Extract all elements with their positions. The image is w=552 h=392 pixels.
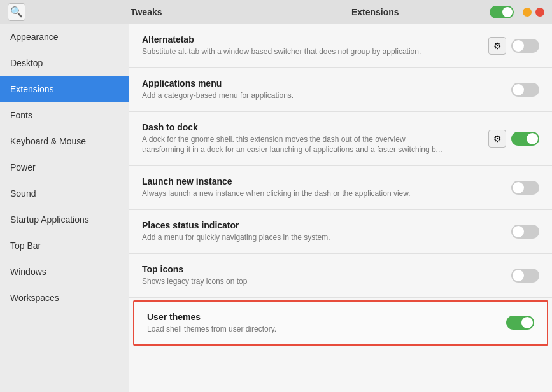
- gear-button-dash-to-dock[interactable]: ⚙: [488, 130, 506, 148]
- extension-desc-launch-new-instance: Always launch a new instance when clicki…: [142, 188, 448, 199]
- search-button[interactable]: 🔍: [8, 3, 25, 21]
- sidebar-item-workspaces[interactable]: Workspaces: [0, 285, 129, 311]
- extension-info-user-themes: User themesLoad shell themes from user d…: [147, 312, 506, 335]
- toggle-launch-new-instance[interactable]: [511, 181, 539, 195]
- extension-row-top-icons: Top iconsShows legacy tray icons on top: [129, 254, 552, 298]
- sidebar-item-keyboard-mouse[interactable]: Keyboard & Mouse: [0, 129, 129, 155]
- toggle-applications-menu[interactable]: [511, 83, 539, 97]
- extension-row-user-themes: User themesLoad shell themes from user d…: [133, 300, 548, 346]
- extension-name-dash-to-dock: Dash to dock: [142, 122, 488, 132]
- extension-desc-places-status-indicator: Add a menu for quickly navigating places…: [142, 232, 448, 243]
- window-controls: [490, 6, 544, 18]
- extension-info-launch-new-instance: Launch new instanceAlways launch a new i…: [142, 176, 511, 199]
- extension-desc-applications-menu: Add a category-based menu for applicatio…: [142, 90, 448, 101]
- extension-controls-places-status-indicator: [511, 225, 539, 239]
- extension-row-launch-new-instance: Launch new instanceAlways launch a new i…: [129, 166, 552, 210]
- extension-desc-top-icons: Shows legacy tray icons on top: [142, 276, 448, 287]
- extension-name-applications-menu: Applications menu: [142, 78, 511, 88]
- extension-row-applications-menu: Applications menuAdd a category-based me…: [129, 68, 552, 112]
- sidebar-item-top-bar[interactable]: Top Bar: [0, 233, 129, 259]
- header-toggle[interactable]: [490, 6, 514, 18]
- sidebar-item-startup-applications[interactable]: Startup Applications: [0, 207, 129, 233]
- sidebar: AppearanceDesktopExtensionsFontsKeyboard…: [0, 24, 129, 392]
- search-icon: 🔍: [10, 6, 23, 18]
- extension-info-alternatetab: AlternatetabSubstitute alt-tab with a wi…: [142, 34, 488, 57]
- toggle-top-icons[interactable]: [511, 269, 539, 283]
- minimize-button[interactable]: [523, 8, 532, 17]
- extension-info-top-icons: Top iconsShows legacy tray icons on top: [142, 264, 511, 287]
- extension-name-user-themes: User themes: [147, 312, 506, 322]
- extension-info-applications-menu: Applications menuAdd a category-based me…: [142, 78, 511, 101]
- extension-name-top-icons: Top icons: [142, 264, 511, 274]
- sidebar-item-power[interactable]: Power: [0, 155, 129, 181]
- app-title: Tweaks: [32, 7, 261, 17]
- extension-row-places-status-indicator: Places status indicatorAdd a menu for qu…: [129, 210, 552, 254]
- sidebar-item-sound[interactable]: Sound: [0, 181, 129, 207]
- extension-controls-dash-to-dock: ⚙: [488, 130, 539, 148]
- sidebar-item-desktop[interactable]: Desktop: [0, 50, 129, 76]
- toggle-alternatetab[interactable]: [511, 39, 539, 53]
- extension-controls-top-icons: [511, 269, 539, 283]
- extension-name-places-status-indicator: Places status indicator: [142, 220, 511, 230]
- toggle-dash-to-dock[interactable]: [511, 132, 539, 146]
- sidebar-item-appearance[interactable]: Appearance: [0, 24, 129, 50]
- toggle-places-status-indicator[interactable]: [511, 225, 539, 239]
- extension-controls-applications-menu: [511, 83, 539, 97]
- extension-name-alternatetab: Alternatetab: [142, 34, 488, 45]
- extension-row-dash-to-dock: Dash to dockA dock for the gnome shell. …: [129, 112, 552, 167]
- extension-name-launch-new-instance: Launch new instance: [142, 176, 511, 186]
- extension-controls-launch-new-instance: [511, 181, 539, 195]
- extension-info-dash-to-dock: Dash to dockA dock for the gnome shell. …: [142, 122, 488, 156]
- sidebar-item-fonts[interactable]: Fonts: [0, 102, 129, 129]
- extension-info-places-status-indicator: Places status indicatorAdd a menu for qu…: [142, 220, 511, 243]
- extension-controls-user-themes: [506, 316, 534, 330]
- extension-desc-alternatetab: Substitute alt-tab with a window based s…: [142, 46, 448, 57]
- sidebar-item-extensions[interactable]: Extensions: [0, 76, 129, 102]
- toggle-user-themes[interactable]: [506, 316, 534, 330]
- extension-controls-alternatetab: ⚙: [488, 37, 539, 55]
- extension-row-alternatetab: AlternatetabSubstitute alt-tab with a wi…: [129, 24, 552, 68]
- extensions-content: AlternatetabSubstitute alt-tab with a wi…: [129, 24, 552, 392]
- close-button[interactable]: [535, 8, 544, 17]
- window-title: Extensions: [261, 7, 490, 17]
- sidebar-item-windows[interactable]: Windows: [0, 259, 129, 285]
- gear-button-alternatetab[interactable]: ⚙: [488, 37, 506, 55]
- extension-desc-user-themes: Load shell themes from user directory.: [147, 324, 453, 335]
- main-layout: AppearanceDesktopExtensionsFontsKeyboard…: [0, 24, 552, 392]
- title-bar: 🔍 Tweaks Extensions: [0, 0, 552, 24]
- extension-desc-dash-to-dock: A dock for the gnome shell. this extensi…: [142, 134, 448, 156]
